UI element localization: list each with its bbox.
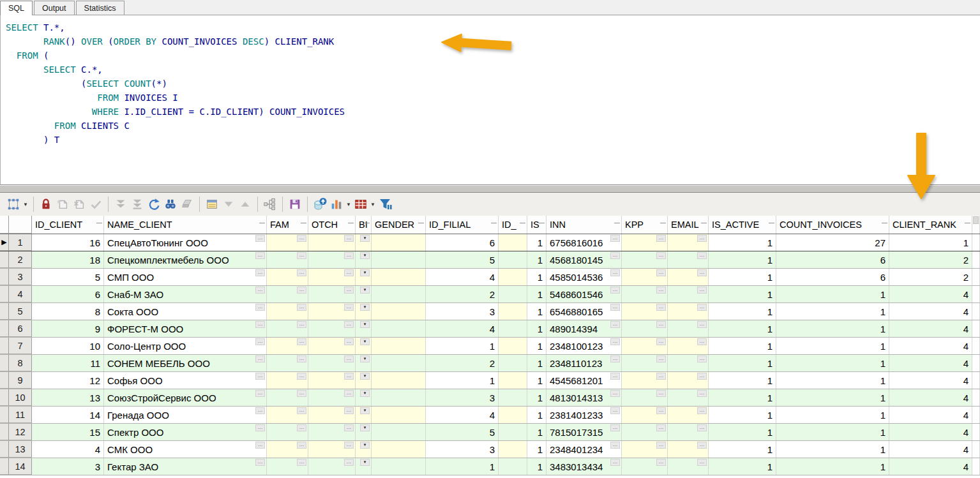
cell-fam[interactable]: … <box>267 458 308 475</box>
row-number-cell[interactable]: 2 <box>9 251 32 268</box>
cell-count_invoices[interactable]: 6 <box>776 269 889 285</box>
cell-name_client[interactable]: СМК ООО… <box>104 441 267 458</box>
cell-otch[interactable]: … <box>308 372 356 389</box>
cell-ellipsis-button[interactable]: … <box>297 373 306 380</box>
cell-otch[interactable]: … <box>308 389 356 406</box>
cell-count_invoices[interactable]: 1 <box>776 372 889 389</box>
cell-ellipsis-button[interactable]: … <box>656 304 666 311</box>
cell-id_[interactable] <box>499 355 527 371</box>
cell-is_active[interactable]: 1 <box>709 320 776 337</box>
cell-ellipsis-button[interactable]: … <box>344 235 354 242</box>
cell-gender[interactable] <box>372 458 426 475</box>
cell-inn[interactable]: 2348100123… <box>547 338 622 354</box>
cell-ellipsis-button[interactable]: … <box>697 304 707 311</box>
cell-kpp[interactable]: … <box>622 389 668 406</box>
cell-ellipsis-button[interactable]: … <box>610 407 620 414</box>
column-grip-dash[interactable] <box>418 223 424 223</box>
cell-ellipsis-button[interactable]: … <box>344 459 354 466</box>
column-grip-dash[interactable] <box>660 223 666 223</box>
cell-ellipsis-button[interactable]: … <box>697 287 707 294</box>
cell-ellipsis-button[interactable]: … <box>656 390 666 397</box>
column-grip-dash[interactable] <box>520 223 525 223</box>
cell-ellipsis-button[interactable]: … <box>656 235 666 242</box>
cell-ellipsis-button[interactable]: … <box>697 235 707 242</box>
cell-ellipsis-button[interactable]: … <box>344 287 354 294</box>
cell-name_client[interactable]: Спецкомплектмебель ООО… <box>104 251 267 268</box>
cell-count_invoices[interactable]: 1 <box>776 320 889 337</box>
cell-ellipsis-button[interactable]: … <box>255 304 265 311</box>
cell-ellipsis-button[interactable]: … <box>344 355 354 362</box>
cell-fam[interactable]: … <box>267 234 308 251</box>
cell-is_active[interactable]: 1 <box>709 372 776 389</box>
panel-splitter[interactable] <box>0 185 980 193</box>
cell-ellipsis-button[interactable]: … <box>656 373 666 380</box>
lock-record-icon[interactable] <box>38 196 54 213</box>
cell-email[interactable]: … <box>668 303 709 320</box>
cell-inn[interactable]: 6546880165… <box>547 303 622 320</box>
delete-record-icon[interactable] <box>71 196 87 213</box>
cell-inn[interactable]: 6756816016… <box>547 234 622 251</box>
cell-email[interactable]: … <box>668 286 709 302</box>
cell-kpp[interactable]: … <box>622 424 668 440</box>
cell-otch[interactable]: … <box>308 303 356 320</box>
cell-otch[interactable]: … <box>308 424 356 440</box>
cell-client_rank[interactable]: 4 <box>889 458 972 475</box>
cell-dropdown-button[interactable]: ▾ <box>360 287 370 294</box>
cell-kpp[interactable]: … <box>622 407 668 423</box>
cell-ellipsis-button[interactable]: … <box>297 424 306 431</box>
row-selector-cell[interactable] <box>0 320 9 337</box>
cell-id_[interactable] <box>499 320 527 337</box>
cell-gender[interactable] <box>372 320 426 337</box>
column-grip-dash[interactable] <box>96 223 102 223</box>
filter-data-icon[interactable] <box>377 196 393 213</box>
cell-bi[interactable]: ▾ <box>356 424 372 440</box>
cell-name_client[interactable]: СоюзСтройСервис ООО… <box>104 389 267 406</box>
cell-otch[interactable]: … <box>308 269 356 285</box>
cell-bi[interactable]: ▾ <box>356 407 372 423</box>
cell-ellipsis-button[interactable]: … <box>297 355 306 362</box>
cell-is[interactable]: 1 <box>527 234 547 251</box>
cell-kpp[interactable]: … <box>622 320 668 337</box>
row-number-cell[interactable]: 7 <box>9 338 32 354</box>
cell-dropdown-button[interactable]: ▾ <box>360 304 370 311</box>
cell-inn[interactable]: 2348401234… <box>547 441 622 458</box>
cell-is[interactable]: 1 <box>527 303 547 320</box>
cell-ellipsis-button[interactable]: … <box>297 338 306 345</box>
cell-ellipsis-button[interactable]: … <box>697 321 707 328</box>
cell-client_rank[interactable]: 4 <box>889 338 972 354</box>
cell-ellipsis-button[interactable]: … <box>297 442 306 449</box>
cell-dropdown-button[interactable]: ▾ <box>360 373 370 380</box>
tab-sql[interactable]: SQL <box>0 1 33 15</box>
cell-inn[interactable]: 489014394… <box>547 320 622 337</box>
cell-otch[interactable]: … <box>308 286 356 302</box>
cell-is_active[interactable]: 1 <box>709 251 776 268</box>
col-header-name_client[interactable]: NAME_CLIENT <box>104 216 267 234</box>
row-number-cell[interactable]: 8 <box>9 355 32 371</box>
cell-ellipsis-button[interactable]: … <box>297 235 306 242</box>
cell-inn[interactable]: 4585014536… <box>547 269 622 285</box>
find-icon[interactable] <box>162 196 179 213</box>
cell-id_filial[interactable]: 1 <box>426 372 499 389</box>
cell-ellipsis-button[interactable]: … <box>255 355 265 362</box>
row-selector-cell[interactable] <box>0 286 9 302</box>
cell-kpp[interactable]: … <box>622 441 668 458</box>
cell-ellipsis-button[interactable]: … <box>697 459 707 466</box>
refresh-icon[interactable] <box>146 196 162 213</box>
cell-gender[interactable] <box>372 424 426 440</box>
cell-name_client[interactable]: Снаб-М ЗАО… <box>104 286 267 302</box>
cell-client_rank[interactable]: 4 <box>889 303 972 320</box>
cell-id_[interactable] <box>499 407 527 423</box>
cell-name_client[interactable]: Соло-Центр ООО… <box>104 338 267 354</box>
row-number-cell[interactable]: 9 <box>9 372 32 389</box>
column-grip-dash[interactable] <box>348 223 354 223</box>
cell-is[interactable]: 1 <box>527 338 547 354</box>
cell-id_filial[interactable]: 1 <box>426 338 499 354</box>
insert-record-icon[interactable] <box>54 196 71 213</box>
cell-id_client[interactable]: 10 <box>32 338 104 354</box>
cell-dropdown-button[interactable]: ▾ <box>360 459 370 466</box>
cell-is[interactable]: 1 <box>527 389 547 406</box>
cell-kpp[interactable]: … <box>622 251 668 268</box>
cell-id_client[interactable]: 18 <box>32 251 104 268</box>
cell-count_invoices[interactable]: 27 <box>776 234 889 251</box>
cell-ellipsis-button[interactable]: … <box>297 252 306 259</box>
